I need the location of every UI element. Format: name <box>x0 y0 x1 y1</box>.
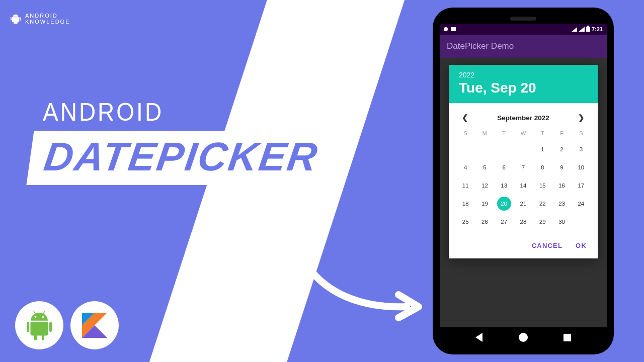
weekday-header: S <box>456 130 475 138</box>
calendar-day[interactable]: 22 <box>535 197 549 211</box>
status-dot-icon <box>444 27 448 31</box>
calendar-day[interactable]: 4 <box>458 160 472 174</box>
calendar-day[interactable]: 15 <box>535 178 549 193</box>
calendar-day[interactable]: 7 <box>516 160 530 174</box>
calendar-day[interactable]: 24 <box>574 197 588 211</box>
calendar-day[interactable]: 18 <box>458 197 472 211</box>
calendar-day[interactable]: 1 <box>535 142 549 156</box>
status-bar: 7:21 <box>440 24 607 35</box>
brand-logo: ANDROID KNOWLEDGE <box>10 13 70 25</box>
datepicker-body: ❮ September 2022 ❯ SMTWTFS12345678910111… <box>449 103 598 231</box>
calendar-day[interactable]: 6 <box>497 160 511 174</box>
brand-line1: ANDROID <box>25 13 70 19</box>
calendar-day[interactable]: 16 <box>555 178 569 193</box>
calendar-day[interactable]: 5 <box>477 160 492 174</box>
calendar-day[interactable]: 23 <box>555 197 569 211</box>
calendar-day[interactable]: 8 <box>535 160 549 174</box>
calendar-day[interactable]: 9 <box>555 160 569 174</box>
calendar-day[interactable]: 10 <box>574 160 588 174</box>
datepicker-calendar-grid: SMTWTFS123456789101112131415161718192021… <box>456 130 591 229</box>
cancel-button[interactable]: CANCEL <box>532 242 562 249</box>
nav-recent-button[interactable] <box>564 334 571 341</box>
kotlin-logo-circle <box>70 301 119 349</box>
signal-icon <box>579 27 585 32</box>
kotlin-icon <box>79 310 110 340</box>
weekday-header: W <box>514 130 533 138</box>
calendar-day[interactable]: 30 <box>555 215 569 229</box>
status-card-icon <box>451 27 456 31</box>
app-title: DatePicker Demo <box>447 41 514 51</box>
calendar-day[interactable]: 2 <box>555 142 569 156</box>
headline-android: ANDROID <box>43 97 164 126</box>
battery-icon <box>586 27 590 32</box>
android-logo-circle <box>15 301 63 349</box>
android-mini-icon <box>10 13 21 24</box>
phone-screen: 7:21 DatePicker Demo 2022 Tue, Sep 20 ❮ … <box>440 24 607 335</box>
wifi-icon <box>572 27 577 32</box>
datepicker-year[interactable]: 2022 <box>459 71 588 79</box>
calendar-day[interactable]: 19 <box>477 197 492 211</box>
headline-datepicker: DATEPICKER <box>26 131 336 185</box>
weekday-header: S <box>572 130 591 138</box>
phone-speaker <box>510 17 536 21</box>
app-bar: DatePicker Demo <box>440 35 607 58</box>
brand-line2: KNOWLEDGE <box>25 19 70 25</box>
datepicker-date-label[interactable]: Tue, Sep 20 <box>459 80 588 96</box>
calendar-day[interactable]: 14 <box>516 178 530 193</box>
weekday-header: T <box>495 130 514 138</box>
calendar-day[interactable]: 11 <box>458 178 472 193</box>
datepicker-dialog: 2022 Tue, Sep 20 ❮ September 2022 ❯ SMTW… <box>449 65 598 258</box>
calendar-day[interactable]: 12 <box>477 178 492 193</box>
calendar-day[interactable]: 17 <box>574 178 588 193</box>
calendar-day[interactable]: 26 <box>477 215 492 229</box>
nav-home-button[interactable] <box>519 333 528 342</box>
calendar-day[interactable]: 20 <box>497 197 511 211</box>
arrow-icon <box>282 206 433 322</box>
calendar-day[interactable]: 25 <box>458 215 472 229</box>
next-month-button[interactable]: ❯ <box>575 111 588 124</box>
weekday-header: M <box>475 130 494 138</box>
datepicker-month-label[interactable]: September 2022 <box>497 114 549 122</box>
datepicker-header: 2022 Tue, Sep 20 <box>449 65 598 103</box>
calendar-day[interactable]: 27 <box>497 215 511 229</box>
ok-button[interactable]: OK <box>576 242 587 249</box>
prev-month-button[interactable]: ❮ <box>459 111 471 124</box>
weekday-header: F <box>552 130 571 138</box>
calendar-day[interactable]: 29 <box>535 215 549 229</box>
weekday-header: T <box>533 130 552 138</box>
calendar-day[interactable]: 3 <box>574 142 588 156</box>
status-time: 7:21 <box>592 26 603 32</box>
phone-frame: 7:21 DatePicker Demo 2022 Tue, Sep 20 ❮ … <box>433 8 614 354</box>
bottom-logo-row <box>15 301 119 349</box>
calendar-day[interactable]: 21 <box>516 197 530 211</box>
android-icon <box>24 310 54 340</box>
android-nav-bar <box>440 327 607 347</box>
calendar-day[interactable]: 28 <box>516 215 530 229</box>
calendar-day[interactable]: 13 <box>497 178 511 193</box>
datepicker-actions: CANCEL OK <box>449 231 598 258</box>
nav-back-button[interactable] <box>475 333 482 342</box>
datepicker-month-nav: ❮ September 2022 ❯ <box>456 108 591 130</box>
